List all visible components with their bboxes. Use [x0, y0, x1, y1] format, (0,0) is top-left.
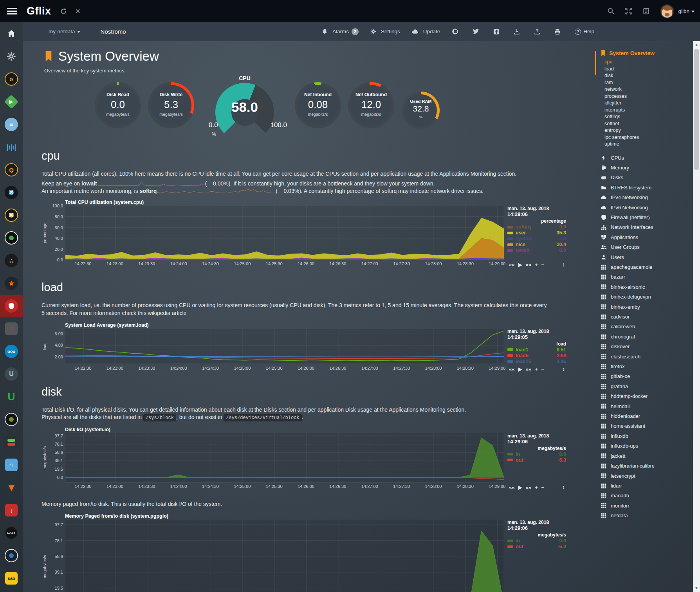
sidebar-app-binhex-airsonic[interactable]: binhex-airsonic [595, 282, 693, 292]
chart-resize-handle[interactable]: ↕ [562, 261, 565, 268]
app-icon-heimdall[interactable]: ⌂ [0, 453, 23, 476]
username-menu[interactable]: gilbn [678, 8, 695, 14]
sidebar-app-bazarr[interactable]: bazarr [595, 272, 693, 282]
twitter-icon[interactable] [473, 29, 482, 34]
app-icon-raspberry[interactable]: ∵ [0, 317, 23, 340]
sidebar-item-softnet[interactable]: softnet [595, 121, 693, 128]
scroll-down-arrow[interactable]: ▼ [693, 585, 700, 591]
fullscreen-icon[interactable] [625, 7, 632, 15]
chart-plot-area[interactable] [65, 520, 503, 592]
close-icon[interactable]: × [76, 8, 81, 15]
sidebar-app-letsencrypt[interactable]: letsencrypt [595, 471, 693, 481]
user-avatar[interactable] [660, 4, 674, 18]
app-icon-app-x-yellow[interactable]: × [0, 204, 23, 227]
sidebar-section-user-groups[interactable]: User Groups [595, 242, 693, 252]
sidebar-app-mariadb[interactable]: mariadb [595, 491, 693, 500]
skip-forward-button[interactable]: »» [525, 366, 531, 372]
app-icon-airsonic[interactable]: |ı|ı| [0, 136, 23, 158]
sidebar-section-users[interactable]: Users [595, 252, 693, 262]
sidebar-section-disks[interactable]: Disks [595, 173, 693, 182]
legend-row-out[interactable]: out-5.2 [507, 544, 566, 549]
sidebar-item-system-overview[interactable]: System Overview [595, 50, 693, 56]
sidebar-app-calibreweb[interactable]: calibreweb [595, 322, 693, 331]
skip-backward-button[interactable]: «« [509, 366, 514, 372]
app-icon-nextcloud[interactable]: ooo [0, 340, 23, 363]
chart-plot-area[interactable] [65, 329, 503, 363]
sidebar-section-btrfs-filesystem[interactable]: BTRFS filesystem [595, 183, 693, 193]
sidebar-section-cpus[interactable]: CPUs [595, 153, 693, 163]
sidebar-item-ram[interactable]: ram [595, 79, 693, 86]
sidebar-app-elasticsearch[interactable]: elasticsearch [595, 352, 693, 362]
sidebar-app-hiddenloader[interactable]: hiddenloader [595, 411, 693, 421]
download-icon[interactable] [514, 29, 522, 35]
sidebar-section-applications[interactable]: Applications [595, 232, 693, 242]
sidebar-item-load[interactable]: load [595, 66, 693, 73]
sidebar-section-network-interfaces[interactable]: Network Interfaces [595, 222, 693, 232]
scrollbar-thumb[interactable] [694, 49, 699, 170]
alarms-button[interactable]: Alarms 2 [322, 28, 359, 35]
skip-backward-button[interactable]: «« [509, 262, 514, 268]
sidebar-section-ipv6-networking[interactable]: IPv6 Networking [595, 203, 693, 212]
facebook-icon[interactable] [493, 29, 502, 35]
sidebar-item-uptime[interactable]: uptime [595, 141, 693, 148]
app-icon-app-x-blue[interactable]: × [0, 181, 23, 204]
sidebar-item-idlejitter[interactable]: idlejitter [595, 100, 693, 107]
sidebar-item-interrupts[interactable]: interrupts [595, 107, 693, 114]
sidebar-item-ipc-semaphores[interactable]: ipc semaphores [595, 134, 693, 141]
app-icon-app-green-dot[interactable] [0, 227, 23, 249]
zoom-out-button[interactable]: − [541, 262, 545, 268]
update-button[interactable]: Update [412, 29, 440, 34]
sidebar-item-entropy[interactable]: entropy [595, 127, 693, 134]
chart-resize-handle[interactable]: ↕ [562, 484, 565, 490]
app-icon-sabnzbd[interactable]: sab [0, 567, 23, 590]
hamburger-menu-icon[interactable] [7, 6, 17, 16]
sidebar-app-monitorr[interactable]: monitorr [595, 501, 693, 511]
legend-row-in[interactable]: in0.0 [507, 452, 566, 457]
github-icon[interactable] [452, 28, 461, 35]
sidebar-item-processes[interactable]: processes [595, 93, 693, 100]
zoom-out-button[interactable]: − [541, 366, 545, 372]
zoom-out-button[interactable]: − [541, 484, 545, 490]
app-icon-settings[interactable] [0, 45, 23, 68]
chart-resize-handle[interactable]: ↕ [562, 366, 565, 372]
sidebar-app-cadvisor[interactable]: cadvisor [595, 312, 693, 322]
app-icon-home[interactable] [0, 22, 23, 45]
app-icon-emby[interactable]: ▶ [0, 90, 23, 113]
sidebar-section-firewall-netfilter-[interactable]: Firewall (netfilter) [595, 212, 693, 222]
sidebar-item-cpu[interactable]: cpu [595, 59, 693, 66]
app-icon-plex[interactable]: » [0, 68, 23, 90]
chart-plot-area[interactable] [65, 433, 503, 482]
legend-row-user[interactable]: user35.3 [507, 230, 566, 236]
sidebar-app-apacheguacamole[interactable]: apacheguacamole [595, 262, 693, 272]
sidebar-app-binhex-delugevpn[interactable]: binhex-delugevpn [595, 292, 693, 302]
sidebar-app-heimdall[interactable]: heimdall [595, 401, 693, 411]
legend-row-load5[interactable]: load52.68 [507, 353, 566, 358]
sidebar-app-lazylibrarian-calibre[interactable]: lazylibrarian-calibre [595, 461, 693, 471]
sidebar-app-hddtemp-docker[interactable]: hddtemp-docker [595, 391, 693, 401]
sidebar-section-ipv4-networking[interactable]: IPv4 Networking [595, 193, 693, 202]
sidebar-app-home-assistant[interactable]: home-assistant [595, 421, 693, 431]
legend-row-system[interactable]: system2.3 [507, 236, 566, 241]
skip-forward-button[interactable]: »» [525, 262, 531, 268]
zoom-in-button[interactable]: + [535, 484, 538, 490]
sidebar-app-netdata[interactable]: netdata [595, 511, 693, 520]
legend-row-in[interactable]: in0.0 [507, 538, 566, 543]
legend-row-iowait[interactable]: iowait0.0 [507, 248, 566, 253]
play-button[interactable]: ▶ [518, 366, 522, 372]
sidebar-app-firefox[interactable]: firefox [595, 362, 693, 371]
sidebar-app-gitlab-ce[interactable]: gitlab-ce [595, 371, 693, 381]
print-icon[interactable] [554, 29, 563, 35]
legend-row-softirq[interactable]: softirq0.0 [507, 224, 566, 230]
app-icon-grafana[interactable]: ★ [0, 272, 23, 295]
help-button[interactable]: ? Help [575, 29, 594, 35]
host-dropdown[interactable]: my-netdata [49, 29, 80, 34]
changelog-icon[interactable] [642, 7, 650, 15]
zoom-in-button[interactable]: + [535, 262, 538, 268]
app-icon-app-molecule[interactable]: ∴ [0, 249, 23, 272]
skip-forward-button[interactable]: »» [525, 484, 531, 490]
sidebar-app-grafana[interactable]: grafana [595, 381, 693, 391]
app-icon-lazylibrarian[interactable]: LAZY [0, 522, 23, 544]
sidebar-app-diskover[interactable]: diskover [595, 342, 693, 351]
sidebar-item-softirqs[interactable]: softirqs [595, 113, 693, 121]
settings-button[interactable]: Settings [370, 29, 400, 34]
